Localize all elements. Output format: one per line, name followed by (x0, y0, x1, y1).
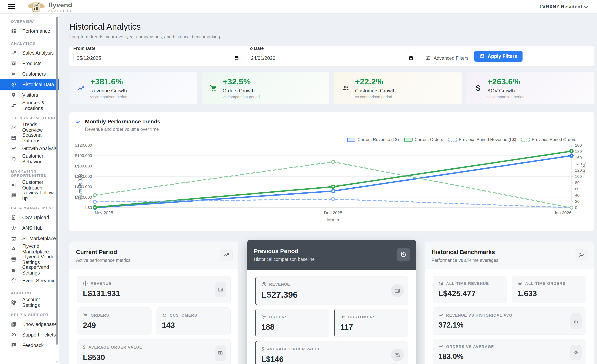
top-header: flyvend ANALYTICS LVRXNZ Resident (0, 0, 597, 14)
sidebar-item-seasonal-patterns[interactable]: Seasonal Patterns (0, 133, 59, 143)
sidebar-item-sl-marketplace[interactable]: SL Marketplace (0, 233, 59, 244)
speedometer-icon (570, 345, 581, 360)
routes-icon (11, 103, 16, 108)
sidebar-item-review-followup[interactable]: Review Follow-up (0, 190, 59, 201)
wallet-icon (391, 284, 404, 297)
sidebar-item-flyvend-marketplace[interactable]: Flyvend Marketplace (0, 244, 59, 254)
trending-up-icon (11, 50, 16, 55)
sidebar-item-caspervend-settings[interactable]: CasperVend Settings (0, 265, 59, 275)
legend-current-orders: Current Orders (404, 137, 443, 142)
app-logo: flyvend ANALYTICS (26, 1, 73, 13)
user-menu[interactable]: LVRXNZ Resident (540, 4, 588, 10)
revenue-growth-card: +381.6% Revenue Growth vs comparison per… (69, 72, 197, 104)
feedback-icon (11, 343, 16, 348)
app-name: flyvend (48, 1, 73, 9)
svg-text:20: 20 (575, 199, 580, 204)
tune-icon (425, 55, 431, 61)
advanced-filters-button[interactable]: Advanced Filters (425, 55, 469, 61)
customers-tile: CUSTOMERS 117 (334, 309, 408, 337)
sidebar-item-customers[interactable]: Customers (0, 69, 59, 79)
sidebar-scrollbar-thumb[interactable] (56, 17, 58, 345)
trending-up-icon (77, 84, 85, 92)
svg-text:L$0: L$0 (85, 205, 92, 210)
flyvend-logo-icon (26, 1, 47, 13)
y-axis-right-title: Orders (581, 161, 587, 174)
revenue-vs-avg-tile: REVENUE VS HISTORICAL AVG 372.1% (433, 308, 586, 335)
svg-text:Nov 2025: Nov 2025 (95, 210, 113, 215)
orders-tile: ORDERS 249 (77, 308, 151, 335)
legend-swatch (448, 138, 457, 142)
sidebar-item-sales-analysis[interactable]: Sales Analysis (0, 47, 59, 58)
sidebar-item-visitors[interactable]: Visitors (0, 90, 59, 100)
scroll-up-icon[interactable]: ▲ (55, 14, 58, 17)
line-chart-icon (75, 119, 81, 132)
sidebar-item-historical-data[interactable]: Historical Data (0, 79, 59, 90)
apply-filters-button[interactable]: Apply Filters (474, 51, 523, 62)
svg-text:180: 180 (575, 149, 582, 154)
sidebar-section-analytics: ANALYTICS (0, 36, 59, 47)
dashboard-icon (11, 28, 16, 34)
sidebar-item-support-tickets[interactable]: Support Tickets (0, 330, 59, 340)
trending-up-icon (438, 313, 443, 318)
dollar-circle-icon (83, 281, 88, 286)
growth-line-icon (11, 146, 16, 151)
people-icon (11, 71, 16, 77)
page-title: Historical Analytics (69, 22, 594, 32)
sidebar-item-csv-upload[interactable]: CSV Upload (0, 212, 59, 223)
sidebar-scrollbar[interactable]: ▲ ▼ (55, 14, 58, 364)
historical-benchmarks-card: Historical Benchmarks Performance vs all… (425, 242, 594, 364)
megaphone-icon (11, 182, 16, 188)
gear-icon (11, 300, 16, 305)
sidebar-section-trends: TRENDS & PATTERNS (0, 111, 59, 122)
wallet-icon (215, 282, 226, 297)
scroll-down-icon[interactable]: ▼ (55, 361, 58, 364)
to-date-input[interactable] (248, 53, 416, 63)
sidebar-item-sources-locations[interactable]: Sources & Locations (0, 100, 59, 111)
dollar-icon: $ (261, 346, 264, 352)
from-date-input[interactable] (73, 53, 242, 63)
sidebar-item-feedback[interactable]: Feedback (0, 340, 59, 350)
stream-spinner-icon (11, 278, 16, 283)
trend-sparkle-icon (575, 249, 588, 261)
alltime-revenue-tile: ALL-TIME REVENUE L$425.477 (433, 276, 507, 303)
payments-icon (391, 348, 404, 362)
svg-text:Jan 2026: Jan 2026 (554, 210, 572, 215)
legend-swatch (347, 138, 355, 142)
bar-chart-icon (570, 313, 581, 329)
hub-icon (11, 225, 16, 231)
svg-text:Dec 2025: Dec 2025 (324, 210, 342, 215)
sidebar-item-trends-overview[interactable]: Trends Overview (0, 122, 59, 133)
sidebar-item-event-streaming[interactable]: Event Streaming (0, 275, 59, 286)
sidebar-section-overview: OVERVIEW (0, 19, 59, 26)
from-date-field: From Date (73, 46, 242, 66)
svg-text:40: 40 (575, 193, 580, 197)
cart-icon (209, 84, 218, 92)
menu-icon[interactable] (8, 4, 15, 9)
sidebar-item-growth-analysis[interactable]: Growth Analysis (0, 143, 59, 154)
sidebar-item-ans-hub[interactable]: ANS Hub (0, 223, 59, 233)
aov-tile: $AVERAGE ORDER VALUE L$146 (255, 341, 408, 364)
headset-icon (11, 332, 16, 338)
sidebar-item-customer-behavior[interactable]: Customer Behavior (0, 154, 59, 164)
legend-previous-orders: Previous Period Orders (521, 137, 576, 142)
period-cards-row: Current Period Active performance metric… (69, 242, 594, 364)
svg-text:140: 140 (575, 162, 582, 166)
archive-icon (11, 61, 16, 66)
dollar-icon: $ (474, 84, 482, 92)
calendar-icon[interactable] (409, 55, 413, 60)
dollar-icon: $ (83, 345, 86, 350)
calendar-icon[interactable] (234, 55, 239, 60)
insert-chart-icon (480, 54, 485, 59)
sidebar-item-performance[interactable]: Performance (0, 26, 59, 36)
monthly-trends-card: Monthly Performance Trends Revenue and o… (69, 112, 594, 231)
sidebar-item-flyvend-vendors-settings[interactable]: Flyvend Vendors Settings (0, 254, 59, 265)
svg-text:0: 0 (575, 205, 577, 210)
sidebar-item-knowledgebase[interactable]: Knowledgebase (0, 319, 59, 330)
from-date-label: From Date (73, 46, 242, 51)
file-upload-icon (11, 215, 16, 220)
sidebar-item-products[interactable]: Products (0, 58, 59, 69)
sidebar-item-account-settings[interactable]: Account Settings (0, 297, 59, 308)
sidebar-item-customer-outreach[interactable]: Customer Outreach (0, 180, 59, 190)
people-icon (162, 313, 167, 318)
legend-swatch (404, 138, 413, 142)
